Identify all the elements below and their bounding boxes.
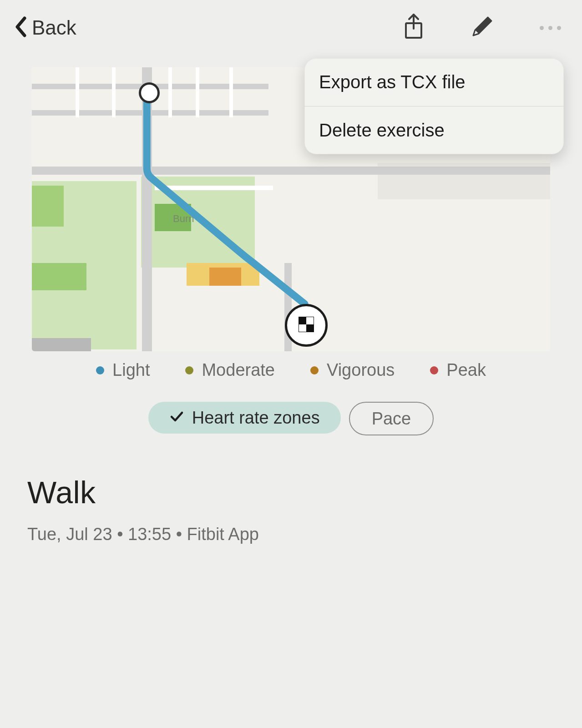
svg-rect-2 (306, 324, 314, 332)
toggle-label: Heart rate zones (192, 408, 320, 428)
legend-label: Peak (446, 360, 486, 380)
pencil-icon (470, 15, 494, 41)
menu-item-export-tcx[interactable]: Export as TCX file (304, 58, 564, 106)
toggle-pace[interactable]: Pace (349, 402, 434, 435)
activity-summary: Walk Tue, Jul 23 • 13:55 • Fitbit App (27, 475, 582, 544)
share-button[interactable] (400, 14, 427, 41)
legend-dot (310, 366, 319, 374)
flag-icon (299, 317, 314, 334)
header-bar: Back (0, 0, 582, 56)
route-start-marker (139, 82, 160, 103)
legend-label: Moderate (202, 360, 275, 380)
more-button[interactable] (536, 14, 564, 41)
map-overlay-toggle: Heart rate zones Pace (0, 402, 582, 435)
toggle-heart-rate-zones[interactable]: Heart rate zones (148, 402, 341, 434)
legend-dot (185, 366, 193, 374)
activity-date: Tue, Jul 23 (27, 525, 112, 544)
back-label: Back (32, 16, 76, 39)
legend-item-vigorous: Vigorous (310, 360, 395, 380)
svg-rect-1 (299, 317, 306, 324)
route-end-marker (285, 304, 328, 347)
svg-rect-4 (299, 324, 306, 332)
share-icon (402, 13, 425, 42)
legend-item-light: Light (96, 360, 150, 380)
legend-dot (96, 366, 104, 374)
chevron-left-icon (14, 16, 27, 39)
activity-subtitle: Tue, Jul 23 • 13:55 • Fitbit App (27, 525, 582, 544)
legend-item-moderate: Moderate (185, 360, 275, 380)
toggle-label: Pace (372, 409, 411, 429)
header-actions (400, 0, 564, 56)
check-icon (169, 408, 184, 428)
more-menu: Export as TCX file Delete exercise (304, 58, 564, 154)
activity-time: 13:55 (128, 525, 171, 544)
legend-label: Vigorous (327, 360, 395, 380)
back-button[interactable]: Back (0, 16, 76, 39)
legend-item-peak: Peak (430, 360, 486, 380)
legend-label: Light (112, 360, 150, 380)
edit-button[interactable] (468, 14, 496, 41)
activity-source: Fitbit App (187, 525, 259, 544)
menu-item-delete-exercise[interactable]: Delete exercise (304, 106, 564, 154)
svg-rect-3 (306, 317, 314, 324)
activity-title: Walk (27, 475, 582, 510)
more-icon (540, 26, 561, 30)
legend-dot (430, 366, 438, 374)
intensity-legend: Light Moderate Vigorous Peak (0, 360, 582, 380)
